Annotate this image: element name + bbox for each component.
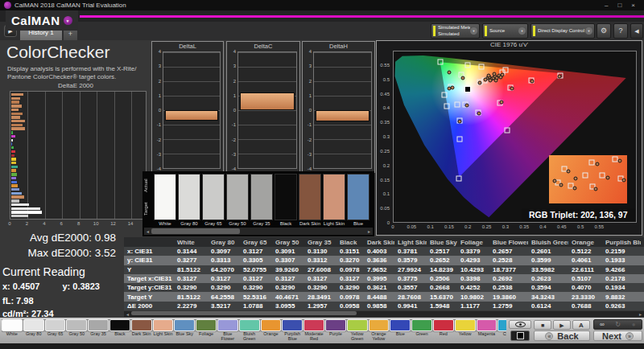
patch-label: Blue Flower xyxy=(217,331,238,342)
chevron-down-icon[interactable]: ▼ xyxy=(64,16,72,25)
patch-label: Black xyxy=(109,331,130,342)
preview-eye-button[interactable] xyxy=(509,320,531,329)
y-tick-label: 3 xyxy=(152,64,161,68)
inset-measured-point xyxy=(605,175,609,179)
y-tick-label: 2 xyxy=(227,79,236,84)
patch-cyan[interactable]: Cyan xyxy=(497,319,506,342)
table-cell: 0.4293 xyxy=(457,257,489,264)
gridline xyxy=(80,92,80,219)
refresh-icon[interactable]: ↻ xyxy=(610,320,626,329)
play-icon[interactable]: ▶ xyxy=(553,320,571,330)
minimize-button[interactable]: – xyxy=(605,0,608,10)
gridline xyxy=(314,139,371,140)
table-cell: 28.3491 xyxy=(304,294,336,301)
swatch-gray-50 xyxy=(226,174,249,220)
meter-dropdown[interactable]: Simulated Meter Simulated ▼ xyxy=(431,23,480,39)
next-button[interactable]: Next » xyxy=(593,331,642,341)
help-icon[interactable]: ? xyxy=(613,23,628,39)
table-cell: 0.3995 xyxy=(364,275,394,282)
table-cell: 0.3621 xyxy=(364,284,394,291)
patch-yellow[interactable]: Yellow xyxy=(455,319,476,342)
source-dropdown[interactable]: Source ▼ xyxy=(482,23,528,39)
scroll-left-icon[interactable]: ◂ xyxy=(124,311,131,317)
measured-point xyxy=(448,86,452,90)
patch-gray-50[interactable]: Gray 50 xyxy=(66,319,87,342)
patch-black[interactable]: Black xyxy=(109,319,130,342)
patch-label: Orange Yellow xyxy=(369,331,390,342)
measured-point xyxy=(494,78,498,82)
x-tick-label: 0.1 xyxy=(427,224,433,229)
column-header: Bluish Green xyxy=(528,239,568,246)
scroll-right-icon[interactable]: ▸ xyxy=(365,228,373,234)
table-cell: 0.4061 xyxy=(568,257,602,264)
patch-color xyxy=(303,319,324,331)
y-tick-label: 4 xyxy=(227,49,236,54)
target-point xyxy=(504,128,510,133)
chevron-down-icon[interactable]: ▼ xyxy=(585,27,592,35)
target-point xyxy=(441,92,447,98)
display-control-dropdown[interactable]: Direct Display Control ▼ xyxy=(530,23,595,39)
scroll-handle[interactable] xyxy=(131,311,357,315)
gridline xyxy=(163,96,220,96)
measured-point xyxy=(464,104,469,108)
inset-measured-point xyxy=(559,183,564,187)
autocal-button[interactable]: A xyxy=(572,320,590,330)
table-cell: 0.3557 xyxy=(394,284,427,291)
y-tick-label: 0 xyxy=(303,108,312,113)
gear-icon[interactable]: ⚙ xyxy=(597,23,611,39)
y-tick-label: 0 xyxy=(227,108,236,113)
chevron-down-icon[interactable]: ▼ xyxy=(470,27,477,35)
patch-blue-sky[interactable]: Blue Sky xyxy=(174,319,195,342)
target-point xyxy=(464,62,470,68)
table-cell: 1.4 xyxy=(641,302,644,310)
gridline xyxy=(238,168,296,169)
back-button[interactable]: « Back xyxy=(534,331,590,341)
calman-menu[interactable]: CalMAN ▼ xyxy=(6,10,78,31)
column-header: Orange xyxy=(568,239,602,246)
patch-white[interactable]: White xyxy=(2,319,23,342)
patch-yellow-green[interactable]: Yellow Green xyxy=(347,319,368,342)
scroll-handle[interactable] xyxy=(151,228,240,234)
patch-light-skin[interactable]: Light Skin xyxy=(153,319,174,342)
patch-gray-80[interactable]: Gray 80 xyxy=(23,319,44,342)
patch-gray-35[interactable]: Gray 35 xyxy=(88,319,109,342)
swatch-scrollbar[interactable]: ◂ ▸ xyxy=(144,228,373,235)
table-scrollbar[interactable]: ◂ ▸ xyxy=(124,311,644,317)
gridline xyxy=(45,92,46,219)
patch-purplish-blue[interactable]: Purplish Blue xyxy=(282,319,303,342)
patch-purple[interactable]: Purple xyxy=(325,319,346,342)
record-icon[interactable]: ● xyxy=(625,320,642,329)
patch-dark-skin[interactable]: Dark Skin xyxy=(131,319,152,342)
x-tick-label: 0.45 xyxy=(557,224,567,229)
target-swatch xyxy=(203,197,224,220)
close-button[interactable]: × xyxy=(631,0,635,10)
patch-orange[interactable]: Orange xyxy=(261,319,282,342)
dele-bar xyxy=(11,154,14,157)
patch-gray-65[interactable]: Gray 65 xyxy=(45,319,66,342)
patch-label: Blue Sky xyxy=(174,331,195,342)
patch-magenta[interactable]: Magenta xyxy=(477,319,497,342)
patch-red[interactable]: Red xyxy=(433,319,454,342)
patch-color xyxy=(88,319,109,331)
table-cell: 0.3305 xyxy=(240,257,272,264)
patch-window-button[interactable] xyxy=(510,331,530,341)
chevron-down-icon[interactable]: ▼ xyxy=(518,27,526,35)
patch-orange-yellow[interactable]: Orange Yellow xyxy=(369,319,390,342)
link-icon[interactable]: ∞ xyxy=(594,320,610,329)
patch-bluish-green[interactable]: Bluish Green xyxy=(239,319,260,342)
table-row: Y81.512264.207052.075539.926027.60080.09… xyxy=(124,265,644,274)
scroll-right-icon[interactable]: ▸ xyxy=(637,311,644,317)
y-tick-label: 0.25 xyxy=(380,149,390,154)
scroll-left-icon[interactable]: ◂ xyxy=(144,228,151,234)
patch-blue[interactable]: Blue xyxy=(390,319,411,342)
maximize-button[interactable]: □ xyxy=(617,0,621,10)
measured-point xyxy=(510,86,514,90)
patch-blue-flower[interactable]: Blue Flower xyxy=(217,319,238,342)
table-row: Target y:CIE310.32900.32900.32900.32900.… xyxy=(124,283,644,292)
patch-green[interactable]: Green xyxy=(411,319,432,342)
table-cell: 0.9941 xyxy=(394,302,427,310)
patch-foliage[interactable]: Foliage xyxy=(196,319,217,342)
collapse-panel-icon[interactable]: ◀ xyxy=(630,23,643,39)
patch-moderate-red[interactable]: Moderate Red xyxy=(303,319,324,342)
stop-button[interactable]: ■ xyxy=(534,320,551,330)
